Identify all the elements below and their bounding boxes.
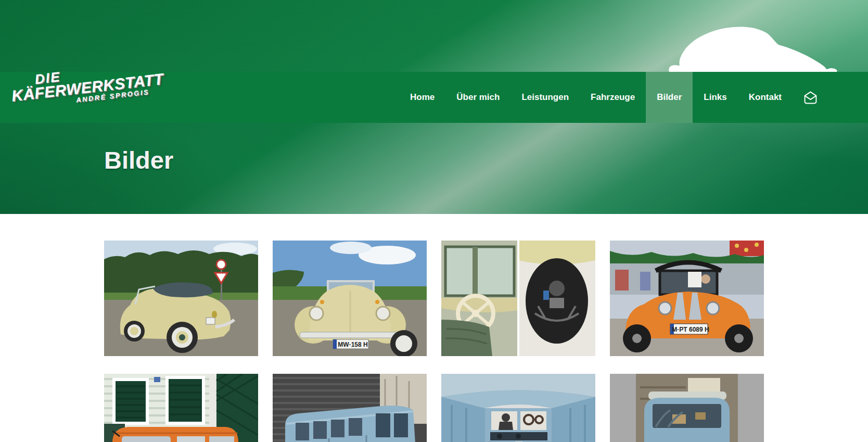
main-content: MW·158 H <box>0 241 868 442</box>
gallery-photo-beetle-front[interactable]: MW·158 H <box>273 241 427 356</box>
site-header: DIE KÄFERWERKSTATT ANDRÉ SPROGIS Home Üb… <box>0 0 868 214</box>
main-nav: DIE KÄFERWERKSTATT ANDRÉ SPROGIS Home Üb… <box>0 72 868 123</box>
page-title: Bilder <box>104 147 868 174</box>
nav-item-fahrzeuge[interactable]: Fahrzeuge <box>580 72 646 123</box>
nav-item-links[interactable]: Links <box>693 72 737 123</box>
svg-text:M·PT 6089 H: M·PT 6089 H <box>672 326 709 333</box>
brand-logo[interactable]: DIE KÄFERWERKSTATT ANDRÉ SPROGIS <box>9 59 165 111</box>
gallery-photo-blue-bus-front[interactable] <box>610 374 764 442</box>
gallery-photo-bus-interior[interactable] <box>441 374 595 442</box>
nav-item-home[interactable]: Home <box>399 72 445 123</box>
gallery-photo-blue-bus-shell[interactable] <box>273 374 427 442</box>
gallery-photo-buggy[interactable]: M·PT 6089 H <box>610 241 764 356</box>
nav-item-bilder[interactable]: Bilder <box>646 72 693 123</box>
nav-list: Home Über mich Leistungen Fahrzeuge Bild… <box>399 72 828 123</box>
image-gallery: MW·158 H <box>104 241 764 442</box>
nav-item-mail[interactable] <box>793 72 828 123</box>
nav-item-leistungen[interactable]: Leistungen <box>510 72 580 123</box>
svg-text:MW·158 H: MW·158 H <box>338 341 367 348</box>
beetle-silhouette-logo <box>666 23 839 72</box>
gallery-photo-orange-bus[interactable] <box>104 374 258 442</box>
nav-item-ueber-mich[interactable]: Über mich <box>445 72 510 123</box>
envelope-icon <box>803 91 818 105</box>
nav-item-kontakt[interactable]: Kontakt <box>738 72 793 123</box>
page-hero: Bilder <box>0 123 868 214</box>
gallery-photo-interior-engine[interactable] <box>441 241 595 356</box>
gallery-photo-beetle-rear[interactable] <box>104 241 258 356</box>
